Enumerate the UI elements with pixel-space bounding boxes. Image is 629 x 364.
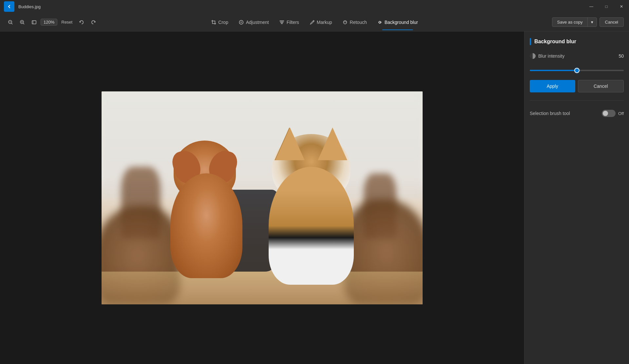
toggle-container: Off xyxy=(602,110,624,117)
panel-accent-bar xyxy=(530,38,531,45)
fit-screen-button[interactable] xyxy=(29,17,39,28)
dog2-body xyxy=(269,167,354,285)
blur-intensity-icon xyxy=(530,53,536,59)
nav-adjustment[interactable]: Adjustment xyxy=(234,17,274,28)
selection-brush-row: Selection brush tool Off xyxy=(530,107,624,120)
toolbar-nav: Crop Adjustment Filters Markup xyxy=(206,17,423,28)
selection-brush-toggle[interactable] xyxy=(602,110,616,117)
redo-icon xyxy=(91,20,96,25)
back-button[interactable] xyxy=(4,1,14,12)
undo-icon xyxy=(79,20,84,25)
dog2-ear-left xyxy=(275,127,305,160)
cancel-button[interactable]: Cancel xyxy=(600,17,624,27)
apply-button[interactable]: Apply xyxy=(530,80,575,92)
svg-rect-7 xyxy=(32,21,36,24)
crop-icon xyxy=(211,20,216,25)
save-copy-label: Save as copy xyxy=(552,18,587,27)
blur-intensity-label: Blur intensity xyxy=(538,53,564,59)
blur-intensity-value: 50 xyxy=(619,53,624,59)
svg-line-6 xyxy=(23,23,24,24)
svg-point-10 xyxy=(240,21,242,23)
dog2 xyxy=(262,134,373,285)
window-controls: — □ ✕ xyxy=(584,0,629,13)
dog1-body xyxy=(170,173,242,278)
titlebar: Buddies.jpg — □ ✕ xyxy=(0,0,629,13)
markup-icon xyxy=(310,20,315,25)
minimize-button[interactable]: — xyxy=(584,0,599,13)
toggle-state-label: Off xyxy=(618,111,624,116)
nav-crop[interactable]: Crop xyxy=(206,17,233,28)
svg-rect-12 xyxy=(280,22,284,23)
toggle-knob xyxy=(603,111,608,116)
nav-background-blur[interactable]: Background blur xyxy=(372,17,423,28)
filters-icon xyxy=(279,20,285,25)
panel-divider xyxy=(530,100,624,101)
zoom-in-button[interactable] xyxy=(17,17,28,28)
selection-brush-label: Selection brush tool xyxy=(530,111,570,116)
blur-intensity-slider-container xyxy=(530,66,624,73)
dog2-ear-right xyxy=(318,127,347,160)
main-image[interactable] xyxy=(102,91,423,304)
main-content: Background blur Blur intensity 50 Apply … xyxy=(0,31,629,364)
image-container xyxy=(102,91,423,304)
svg-rect-11 xyxy=(280,21,284,21)
back-icon xyxy=(7,4,12,9)
fit-screen-icon xyxy=(31,20,37,25)
svg-rect-13 xyxy=(281,23,283,24)
blur-intensity-label-row: Blur intensity xyxy=(530,53,564,59)
zoom-level-display[interactable]: 120% xyxy=(41,19,57,26)
image-area xyxy=(0,31,524,364)
nav-retouch[interactable]: Retouch xyxy=(337,17,372,28)
retouch-icon xyxy=(343,20,348,25)
undo-button[interactable] xyxy=(76,17,87,28)
save-as-copy-button[interactable]: Save as copy ▾ xyxy=(552,17,597,27)
background-blur-nav-icon xyxy=(377,20,383,25)
dog1 xyxy=(161,141,259,278)
panel-cancel-button[interactable]: Cancel xyxy=(578,80,624,92)
toolbar-right: Save as copy ▾ Cancel xyxy=(552,17,624,27)
dog-scene xyxy=(102,91,423,304)
panel-action-buttons: Apply Cancel xyxy=(530,79,624,94)
reset-button[interactable]: Reset xyxy=(59,18,75,26)
zoom-out-icon xyxy=(8,20,13,25)
zoom-in-icon xyxy=(20,20,25,25)
save-copy-dropdown-arrow[interactable]: ▾ xyxy=(588,18,597,27)
svg-line-2 xyxy=(11,23,12,24)
blur-intensity-slider[interactable] xyxy=(530,70,624,71)
blur-intensity-row: Blur intensity 50 xyxy=(530,52,624,60)
zoom-out-button[interactable] xyxy=(5,17,16,28)
nav-markup[interactable]: Markup xyxy=(304,17,337,28)
svg-line-14 xyxy=(313,21,314,22)
toolbar: 120% Reset Crop xyxy=(0,13,629,31)
adjustment-icon xyxy=(239,20,244,25)
window-title: Buddies.jpg xyxy=(18,4,41,9)
close-button[interactable]: ✕ xyxy=(614,0,629,13)
toolbar-left: 120% Reset xyxy=(5,17,99,28)
maximize-button[interactable]: □ xyxy=(599,0,614,13)
svg-point-15 xyxy=(344,21,347,24)
panel-title-row: Background blur xyxy=(530,38,624,45)
side-panel: Background blur Blur intensity 50 Apply … xyxy=(524,31,629,364)
redo-button[interactable] xyxy=(88,17,99,28)
panel-title: Background blur xyxy=(534,39,576,45)
nav-filters[interactable]: Filters xyxy=(274,17,304,28)
